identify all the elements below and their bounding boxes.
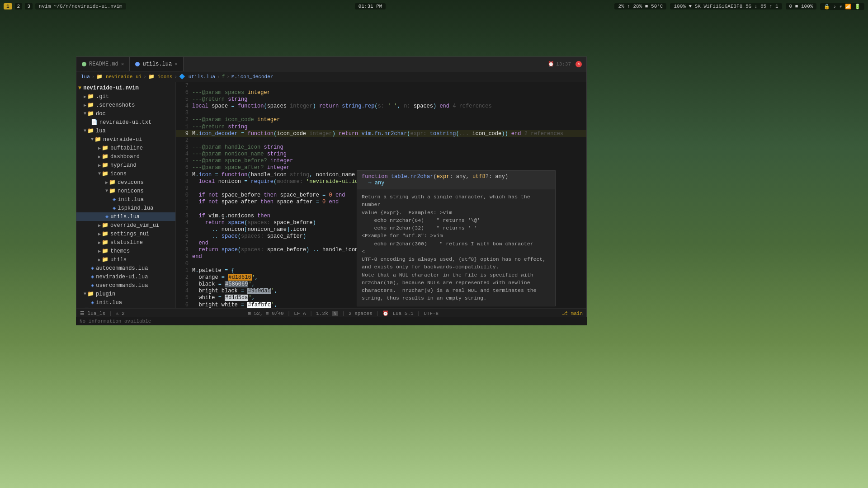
clock-icon: ⏰ bbox=[548, 61, 554, 67]
tree-statusline[interactable]: ▶ 📁 statusline bbox=[76, 238, 175, 247]
tab-bar: README.md ✕ utils.lua ✕ ⏰ 13:37 ✕ bbox=[76, 57, 586, 71]
tree-lua[interactable]: ▼ 📁 lua bbox=[76, 127, 175, 135]
volume-info: 0 ■ 100% bbox=[786, 3, 817, 9]
bottom-info-text: No information available bbox=[80, 319, 151, 324]
tree-autocommands-label: autocommands.lua bbox=[96, 265, 148, 272]
tab-readme-icon bbox=[82, 62, 86, 66]
charset: UTF-8 bbox=[424, 311, 439, 316]
ln-9b: 9 bbox=[176, 185, 192, 192]
lc-6a: ---@param spaces integer bbox=[192, 89, 586, 96]
tree-git[interactable]: ▶ 📁 .git bbox=[76, 92, 175, 101]
workspace-2[interactable]: 2 bbox=[15, 3, 23, 9]
ln-13: 3 bbox=[176, 213, 192, 219]
tree-neviraide-ui[interactable]: ▼ 📁 neviraide-ui bbox=[76, 135, 175, 144]
workspace-tag[interactable]: 1 bbox=[4, 3, 12, 9]
breadcrumb-neviraide[interactable]: 📁 neviraide-ui bbox=[96, 74, 142, 80]
tree-themes[interactable]: ▶ 📁 themes bbox=[76, 247, 175, 255]
tree-init-nonicons[interactable]: ◈ init.lua bbox=[76, 195, 175, 204]
ln-19: 9 bbox=[176, 253, 192, 260]
workspace-3[interactable]: 3 bbox=[25, 3, 33, 9]
tree-hyprland[interactable]: ▶ 📁 hyprland bbox=[76, 161, 175, 169]
tree-override-label: override_vim_ui bbox=[110, 222, 159, 229]
tree-devicons[interactable]: ▶ 📁 devicons bbox=[76, 178, 175, 187]
wifi-info: 100% ▼ SK_WiFi1GiGAE3F8_5G ↓ 65 ↑ 1 bbox=[670, 3, 782, 9]
ln-25: 5 bbox=[176, 295, 192, 301]
bottom-info-bar: No information available bbox=[76, 317, 587, 325]
breadcrumb-function[interactable]: M.icon_decoder bbox=[231, 74, 273, 80]
tree-screenshots-label: .screenshots bbox=[96, 102, 135, 108]
ln-10: 0 bbox=[176, 192, 192, 198]
plugin-init-icon: ◈ bbox=[91, 299, 94, 306]
root-folder-icon: ▼ bbox=[76, 85, 81, 91]
tree-neviraide-txt[interactable]: 📄 neviraide-ui.txt bbox=[76, 118, 175, 127]
breadcrumb-f: f bbox=[222, 74, 225, 80]
ln-18: 8 bbox=[176, 247, 192, 253]
lua-arrow: ▼ bbox=[84, 128, 86, 133]
breadcrumb-icons[interactable]: 📁 icons bbox=[148, 74, 173, 80]
ln-8: 8 bbox=[176, 178, 192, 185]
ln-3a: 3 bbox=[176, 110, 192, 116]
ln-7: 7 bbox=[176, 83, 192, 89]
tree-nonicons[interactable]: ▼ 📁 nonicons bbox=[76, 187, 175, 195]
tab-utils[interactable]: utils.lua ✕ bbox=[130, 57, 183, 71]
code-line-4b: 4 ---@param nonicon_name string bbox=[176, 151, 586, 158]
lang-version: Lua 5.1 bbox=[392, 311, 413, 316]
autocommands-icon: ◈ bbox=[91, 265, 94, 272]
breadcrumb-lua[interactable]: lua bbox=[81, 74, 90, 80]
code-editor[interactable]: 7 6 ---@param spaces integer 5 ---@retur… bbox=[176, 82, 586, 308]
usercommands-icon: ◈ bbox=[91, 282, 94, 289]
system-icons: 🔒 ♪ ⚡ 📶 🔋 bbox=[820, 3, 864, 10]
window-close-button[interactable]: ✕ bbox=[576, 61, 582, 67]
tree-utils-folder[interactable]: ▶ 📁 utils bbox=[76, 255, 175, 264]
hover-return: → any bbox=[362, 180, 384, 186]
ln-11: 1 bbox=[176, 199, 192, 205]
ln-17: 7 bbox=[176, 240, 192, 246]
breadcrumb: lua › 📁 neviraide-ui › 📁 icons › 🔷 utils… bbox=[76, 71, 586, 82]
tree-buftabline[interactable]: ▶ 📁 buftabline bbox=[76, 144, 175, 152]
error-count: ⚠ 2 bbox=[116, 310, 125, 316]
ln-21: 1 bbox=[176, 267, 192, 274]
tree-usercommands[interactable]: ◈ usercommands.lua bbox=[76, 281, 175, 290]
code-line-6a: 6 ---@param spaces integer bbox=[176, 89, 586, 96]
utils-folder-icon: 📁 bbox=[102, 256, 108, 263]
tree-override[interactable]: ▶ 📁 override_vim_ui bbox=[76, 221, 175, 230]
file-tree[interactable]: ▼ neviraide-ui.nvim ▶ 📁 .git ▶ 📁 .screen… bbox=[76, 82, 176, 308]
themes-folder-icon: 📁 bbox=[102, 248, 108, 254]
ln-20: 0 bbox=[176, 261, 192, 267]
tree-plugin[interactable]: ▼ 📁 plugin bbox=[76, 290, 175, 298]
tree-root[interactable]: ▼ neviraide-ui.nvim bbox=[76, 84, 175, 92]
tree-icons[interactable]: ▼ 📁 icons bbox=[76, 169, 175, 178]
tab-utils-close[interactable]: ✕ bbox=[175, 61, 178, 67]
indent: 2 spaces bbox=[349, 311, 373, 316]
code-line-4: 4 local space = function(spaces integer)… bbox=[176, 103, 586, 109]
ln-5b: 5 bbox=[176, 158, 192, 164]
tree-plugin-init[interactable]: ◈ init.lua bbox=[76, 298, 175, 307]
breadcrumb-file[interactable]: 🔷 utils.lua bbox=[179, 74, 215, 80]
tree-buftabline-label: buftabline bbox=[110, 145, 143, 151]
tree-themes-label: themes bbox=[110, 248, 130, 254]
tree-settings[interactable]: ▶ 📁 settings_nui bbox=[76, 230, 175, 238]
tree-autocommands[interactable]: ◈ autocommands.lua bbox=[76, 264, 175, 272]
tree-neviraide-lua[interactable]: ◈ neviraide-ui.lua bbox=[76, 272, 175, 281]
git-arrow: ▶ bbox=[84, 94, 86, 99]
lua-icon: 📁 bbox=[87, 127, 94, 134]
tree-hyprland-label: hyprland bbox=[110, 162, 137, 169]
lc-9: M.icon_decoder = function(icon_code inte… bbox=[192, 131, 586, 137]
tree-lua-label: lua bbox=[96, 128, 106, 134]
code-line-3b: 3 ---@param handle_icon string bbox=[176, 144, 586, 150]
tree-screenshots[interactable]: ▶ 📁 .screenshots bbox=[76, 101, 175, 109]
lc-5: ---@return string bbox=[192, 96, 586, 103]
tab-readme[interactable]: README.md ✕ bbox=[76, 57, 130, 71]
tree-lspkind[interactable]: ◈ lspkind.lua bbox=[76, 204, 175, 212]
ln-14: 4 bbox=[176, 220, 192, 226]
tree-doc[interactable]: ▼ 📁 doc bbox=[76, 109, 175, 118]
ln-15: 5 bbox=[176, 226, 192, 233]
tree-utils-lua[interactable]: ◈ utils.lua bbox=[76, 212, 175, 221]
tree-dashboard[interactable]: ▶ 📁 dashboard bbox=[76, 152, 175, 161]
lsp-status: ☰ lua_ls bbox=[80, 310, 105, 316]
tree-init-label: init.lua bbox=[118, 197, 144, 203]
tree-dashboard-label: dashboard bbox=[110, 154, 140, 160]
plugin-icon: 📁 bbox=[87, 291, 94, 297]
tab-readme-close[interactable]: ✕ bbox=[121, 61, 124, 67]
file-size: 1.2k bbox=[316, 311, 328, 316]
